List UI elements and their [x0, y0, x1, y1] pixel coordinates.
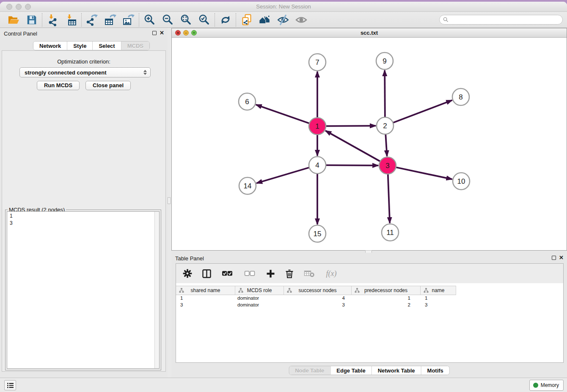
table-settings-button[interactable] — [182, 267, 193, 280]
node-10[interactable]: 10 — [453, 173, 470, 190]
apply-function-button[interactable]: f(x) — [324, 267, 339, 280]
run-mcds-button[interactable]: Run MCDS — [37, 81, 80, 90]
cell-name[interactable]: 3 — [421, 302, 456, 309]
cell-mcds-role[interactable]: dominator — [235, 302, 284, 309]
hide-selected-button[interactable] — [274, 13, 292, 27]
delete-table-button[interactable] — [303, 267, 316, 280]
export-image-icon — [122, 14, 135, 26]
import-network-icon — [47, 14, 59, 26]
vertical-splitter-grip[interactable] — [168, 197, 171, 204]
edge-1-6[interactable] — [256, 105, 317, 126]
deselect-all-columns-button[interactable] — [242, 267, 257, 280]
node-label: 11 — [386, 229, 394, 237]
cell-mcds-role[interactable]: dominator — [235, 295, 284, 302]
zoom-selected-button[interactable] — [195, 13, 213, 27]
first-neighbors-button[interactable] — [256, 13, 274, 27]
zoom-out-button[interactable] — [159, 13, 177, 27]
edge-4-14[interactable] — [256, 165, 317, 183]
node-4[interactable]: 4 — [309, 157, 326, 174]
open-session-button[interactable] — [4, 13, 22, 27]
edge-3-1[interactable] — [325, 131, 388, 166]
select-all-columns-button[interactable] — [220, 267, 234, 280]
control-panel: Control Panel ✕ NetworkStyleSelectMCDS O… — [0, 28, 168, 378]
tab-node-table[interactable]: Node Table — [289, 366, 330, 375]
close-panel-icon[interactable]: ✕ — [160, 31, 164, 35]
node-2[interactable]: 2 — [377, 117, 394, 134]
float-panel-icon[interactable] — [152, 31, 157, 35]
tab-network[interactable]: Network — [33, 41, 67, 50]
show-all-button[interactable] — [292, 13, 310, 27]
cell-predecessor-nodes[interactable]: 2 — [352, 302, 421, 309]
import-table-button[interactable] — [62, 13, 80, 27]
float-table-panel-icon[interactable] — [552, 256, 556, 260]
close-table-panel-icon[interactable]: ✕ — [559, 256, 564, 260]
table-row[interactable]: 1dominator411 — [176, 295, 563, 302]
tab-select[interactable]: Select — [92, 41, 121, 50]
memory-button[interactable]: Memory — [529, 380, 564, 391]
cell-successor-nodes[interactable]: 4 — [284, 295, 352, 302]
delete-row-button[interactable] — [284, 267, 295, 280]
node-7[interactable]: 7 — [309, 54, 326, 71]
result-line: 3 — [10, 220, 157, 227]
criterion-dropdown[interactable]: strongly connected component — [19, 67, 151, 77]
cell-successor-nodes[interactable]: 3 — [284, 302, 352, 309]
toolbar-separator — [42, 13, 42, 27]
result-scrollbar[interactable] — [154, 212, 159, 368]
cell-shared-name[interactable]: 1 — [176, 295, 235, 302]
network-canvas[interactable]: 7968124314101511 — [172, 38, 567, 250]
toolbar-separator — [139, 13, 139, 27]
column-header-successor-nodes[interactable]: successor nodes — [284, 286, 352, 295]
export-table-button[interactable] — [101, 13, 119, 27]
tab-style[interactable]: Style — [67, 41, 92, 50]
column-header-shared-name[interactable]: shared name — [176, 286, 235, 295]
column-header-predecessor-nodes[interactable]: predecessor nodes — [352, 286, 421, 295]
node-3[interactable]: 3 — [379, 157, 396, 174]
refresh-button[interactable] — [216, 13, 234, 27]
hierarchy-icon — [287, 288, 292, 294]
column-layout-button[interactable] — [201, 267, 212, 280]
zoom-in-icon — [143, 14, 156, 26]
zoom-fit-button[interactable] — [177, 13, 195, 27]
cell-shared-name[interactable]: 3 — [176, 302, 235, 309]
node-15[interactable]: 15 — [309, 225, 326, 242]
edge-3-10[interactable] — [388, 166, 452, 179]
tab-motifs[interactable]: Motifs — [421, 366, 449, 375]
edge-4-3[interactable] — [317, 165, 378, 166]
save-session-button[interactable] — [22, 13, 41, 27]
window-titlebar: Session: New Session — [0, 2, 567, 12]
cell-predecessor-nodes[interactable]: 1 — [352, 295, 421, 302]
export-image-button[interactable] — [119, 13, 138, 27]
node-1[interactable]: 1 — [309, 118, 326, 135]
column-header-name[interactable]: name — [421, 286, 456, 295]
memory-status-icon — [533, 383, 538, 388]
node-8[interactable]: 8 — [452, 88, 469, 105]
column-header-label: name — [432, 287, 444, 293]
tab-mcds[interactable]: MCDS — [121, 41, 149, 50]
status-bar: Memory — [0, 378, 567, 392]
main-window: Session: New Session — [0, 2, 567, 392]
add-row-button[interactable] — [265, 267, 276, 280]
cell-name[interactable]: 1 — [421, 295, 456, 302]
close-panel-button[interactable]: Close panel — [85, 81, 131, 90]
tab-edge-table[interactable]: Edge Table — [330, 366, 371, 375]
node-label: 10 — [457, 177, 465, 185]
mcds-result-area[interactable]: 13 — [7, 211, 160, 369]
clone-network-button[interactable] — [237, 13, 256, 27]
task-history-button[interactable] — [4, 380, 16, 390]
node-14[interactable]: 14 — [239, 177, 256, 194]
table-row[interactable]: 3dominator323 — [176, 302, 563, 309]
node-11[interactable]: 11 — [382, 224, 399, 241]
node-6[interactable]: 6 — [239, 93, 256, 110]
tab-network-table[interactable]: Network Table — [372, 366, 421, 375]
checked-boxes-icon — [222, 270, 233, 277]
column-header-label: shared name — [190, 287, 220, 293]
import-network-button[interactable] — [44, 13, 62, 27]
unchecked-boxes-icon — [244, 270, 255, 277]
open-folder-icon — [7, 14, 20, 26]
search-input[interactable] — [451, 17, 559, 23]
node-9[interactable]: 9 — [376, 52, 393, 69]
zoom-in-button[interactable] — [140, 13, 159, 27]
edge-2-8[interactable] — [385, 100, 452, 126]
column-header-mcds-role[interactable]: MCDS role — [235, 286, 284, 295]
export-network-button[interactable] — [83, 13, 101, 27]
